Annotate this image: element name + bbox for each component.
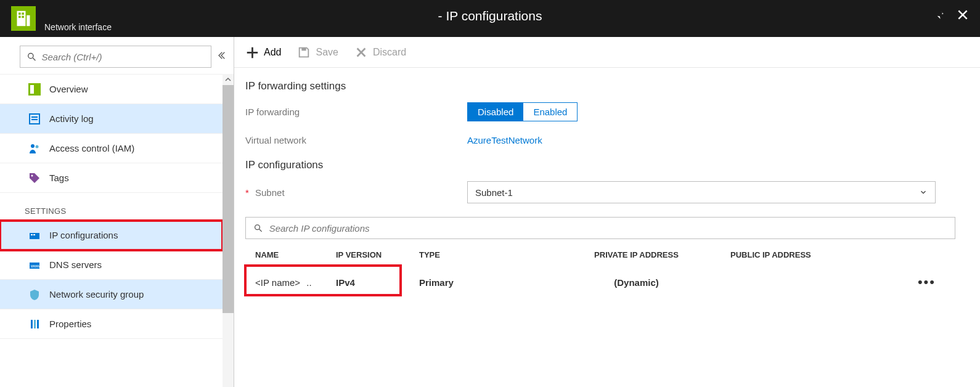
add-button[interactable]: Add [245,46,281,59]
svg-rect-2 [22,12,24,15]
properties-icon [28,318,41,330]
discard-icon [354,46,368,59]
sidebar-search-input[interactable] [41,52,205,62]
subnet-label: * Subnet [245,187,467,198]
svg-rect-1 [18,12,21,15]
resource-type-label: Network interface [44,22,112,32]
sidebar-item-label: Overview [49,84,88,94]
plus-icon [245,46,259,59]
scrollbar-thumb[interactable] [223,85,234,313]
svg-rect-5 [27,15,30,26]
svg-rect-22 [34,320,36,328]
save-button: Save [297,46,338,59]
close-icon[interactable] [957,9,969,23]
ip-configurations-section-title: IP configurations [245,159,955,171]
sidebar-item-tags[interactable]: Tags [0,163,223,193]
col-header-version: IP VERSION [336,250,419,259]
col-header-type: TYPE [419,250,542,259]
command-bar: Add Save Discard [234,37,980,68]
svg-rect-0 [17,11,26,26]
access-control-icon [28,142,41,155]
svg-point-13 [31,144,35,148]
svg-point-14 [36,145,39,148]
subnet-select[interactable]: Subnet-1 [467,181,936,203]
sidebar-search[interactable] [20,46,211,68]
col-header-public: PUBLIC IP ADDRESS [730,250,866,259]
ip-config-icon [28,229,41,242]
sidebar-item-label: IP configurations [49,230,118,240]
search-icon [253,223,263,233]
pin-icon[interactable] [933,9,945,23]
ipconfig-filter[interactable] [245,217,955,239]
cell-private: (Dynamic) [542,277,730,288]
sidebar: Overview Activity log Access control (IA… [0,37,234,387]
sidebar-item-nsg[interactable]: Network security group [0,280,223,309]
ipconfig-table-row[interactable]: <IP name> .. IPv4 Primary (Dynamic) ••• [245,268,955,296]
ip-forwarding-label: IP forwarding [245,107,467,117]
toggle-disabled[interactable]: Disabled [468,103,523,121]
virtual-network-link[interactable]: AzureTestNetwork [467,135,542,145]
page-title: - IP configurations [438,9,542,23]
svg-rect-17 [31,234,33,235]
discard-label: Discard [373,47,406,58]
ip-forwarding-toggle[interactable]: Disabled Enabled [467,102,578,121]
sidebar-item-dns-servers[interactable]: www DNS servers [0,250,223,280]
svg-point-6 [28,54,33,59]
svg-rect-16 [30,233,39,239]
svg-rect-3 [18,16,21,18]
subnet-label-text: Subnet [255,187,285,198]
sidebar-item-properties[interactable]: Properties [0,309,223,339]
discard-button: Discard [354,46,406,59]
required-star: * [245,187,249,198]
shield-icon [28,288,41,301]
sidebar-item-label: DNS servers [49,259,102,270]
sidebar-item-label: Tags [49,173,69,183]
overview-icon [28,83,41,96]
ip-forwarding-section-title: IP forwarding settings [245,80,955,92]
sidebar-scrollbar[interactable] [223,74,234,387]
svg-rect-21 [31,320,33,328]
cell-version: IPv4 [336,277,419,288]
chevron-down-icon [919,188,928,197]
sidebar-item-label: Activity log [49,113,94,124]
add-label: Add [264,47,281,58]
resource-icon [11,6,36,31]
toggle-enabled[interactable]: Enabled [523,103,577,121]
cell-name: <IP name> .. [253,277,336,288]
scroll-up-icon[interactable] [223,74,234,85]
virtual-network-label: Virtual network [245,135,467,145]
save-icon [297,46,311,59]
dns-icon: www [28,259,41,271]
main-panel: Add Save Discard IP forwarding settings … [234,37,980,387]
subnet-select-value: Subnet-1 [475,187,513,198]
svg-rect-23 [37,320,39,328]
svg-rect-18 [33,234,35,235]
sidebar-item-label: Network security group [49,289,144,299]
sidebar-item-overview[interactable]: Overview [0,75,223,104]
ipconfig-table-header: NAME IP VERSION TYPE PRIVATE IP ADDRESS … [245,250,955,259]
cell-type: Primary [419,277,542,288]
sidebar-item-ip-configurations[interactable]: IP configurations [0,221,223,250]
sidebar-item-label: Access control (IAM) [49,143,134,153]
svg-rect-4 [22,16,24,18]
ipconfig-filter-input[interactable] [269,223,947,234]
svg-rect-24 [302,47,306,51]
row-actions-button[interactable]: ••• [918,274,936,290]
svg-line-26 [259,229,262,232]
sidebar-section-settings: SETTINGS [0,193,234,221]
search-icon [27,51,36,62]
collapse-sidebar-button[interactable] [216,51,226,63]
svg-line-7 [33,58,35,60]
sidebar-item-access-control[interactable]: Access control (IAM) [0,134,223,163]
svg-rect-9 [30,85,34,94]
col-header-private: PRIVATE IP ADDRESS [542,250,730,259]
blade-header: Network interface - IP configurations [0,0,980,37]
svg-point-15 [31,174,33,176]
svg-point-25 [255,225,260,230]
col-header-name: NAME [253,250,336,259]
sidebar-item-activity-log[interactable]: Activity log [0,104,223,134]
svg-text:www: www [30,264,41,268]
sidebar-item-label: Properties [49,319,91,329]
activity-log-icon [28,113,41,125]
tags-icon [28,172,41,184]
